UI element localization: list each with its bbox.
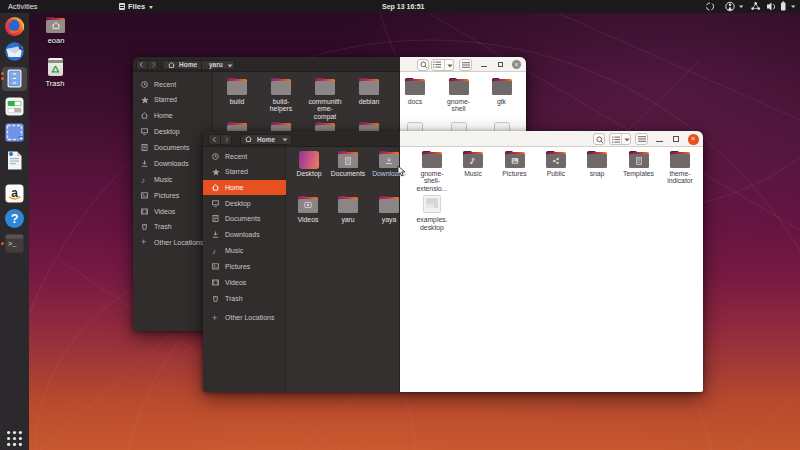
svg-text:?: ? bbox=[11, 212, 19, 226]
svg-text:a: a bbox=[11, 185, 18, 199]
svg-text:>_: >_ bbox=[8, 240, 17, 248]
